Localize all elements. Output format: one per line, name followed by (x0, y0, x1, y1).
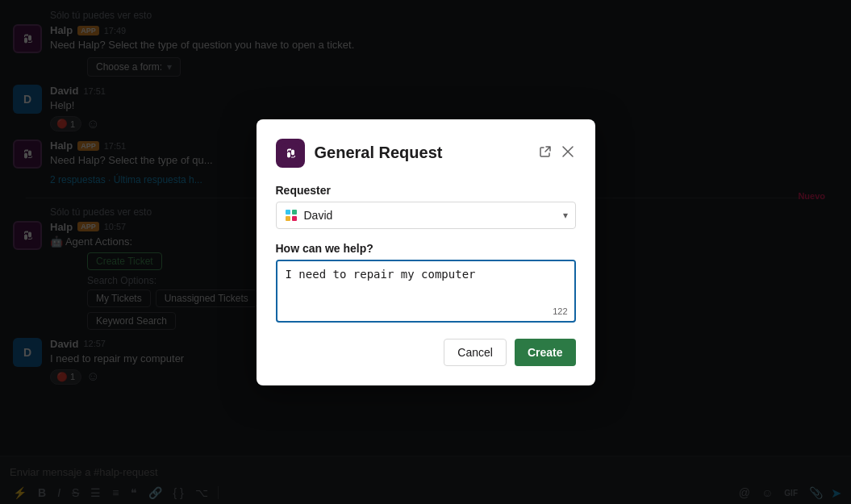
svg-rect-3 (281, 144, 300, 163)
help-label: How can we help? (276, 242, 576, 255)
textarea-wrapper: I need to repair my computer 122 (276, 260, 576, 323)
svg-rect-7 (292, 216, 297, 221)
modal-close-btn[interactable] (560, 144, 576, 163)
modal-title: General Request (315, 144, 528, 162)
modal-footer: Cancel Create (276, 339, 576, 366)
svg-rect-6 (286, 216, 290, 221)
create-button[interactable]: Create (515, 339, 576, 366)
char-count: 122 (553, 306, 567, 316)
external-link-icon (539, 145, 552, 158)
requester-label: Requester (276, 184, 576, 197)
slack-icon (284, 208, 298, 223)
svg-rect-4 (286, 210, 290, 215)
help-textarea[interactable]: I need to repair my computer (277, 261, 574, 318)
modal-header: General Request (276, 139, 576, 168)
requester-field: Requester David ▾ (276, 184, 576, 229)
modal-external-link-btn[interactable] (537, 144, 553, 163)
general-request-modal: General Request Requester (257, 119, 595, 385)
requester-select-wrapper: David ▾ (276, 202, 576, 229)
modal-halp-icon (276, 139, 305, 168)
requester-select[interactable]: David (276, 202, 576, 229)
svg-rect-5 (292, 210, 297, 215)
requester-chevron-icon: ▾ (563, 210, 568, 221)
close-icon (561, 145, 574, 158)
cancel-button[interactable]: Cancel (444, 339, 507, 366)
modal-header-icons (537, 144, 576, 163)
help-field: How can we help? I need to repair my com… (276, 242, 576, 323)
modal-overlay: General Request Requester (0, 0, 851, 504)
